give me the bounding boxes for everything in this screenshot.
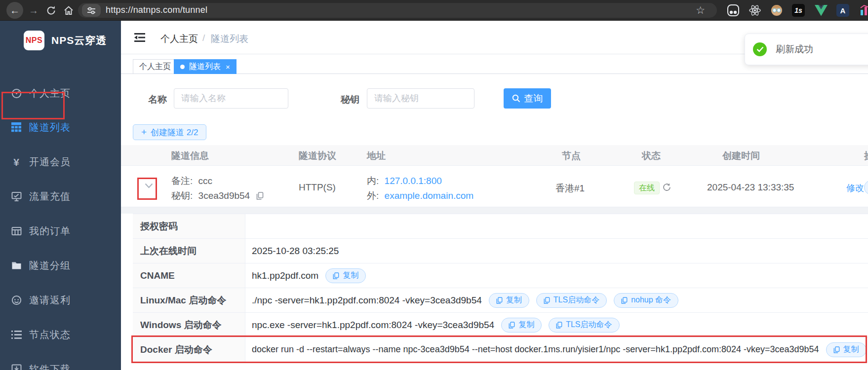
- col-created: 创建时间: [722, 149, 760, 162]
- bookmark-star-icon[interactable]: ☆: [696, 4, 705, 16]
- sidebar-item-label: 邀请返利: [29, 294, 71, 307]
- remark-value: ccc: [198, 176, 213, 186]
- detail-value: ./npc -server=hk1.pp2pdf.com:8024 -vkey=…: [252, 295, 482, 306]
- create-tunnel-button[interactable]: + 创建隧道 2/2: [133, 124, 206, 140]
- key-filter-label: 秘钥: [341, 93, 359, 106]
- name-filter-input[interactable]: [174, 88, 288, 109]
- extension-1s-button[interactable]: 1s: [792, 4, 805, 17]
- sidebar-item-label: 隧道分组: [29, 259, 71, 272]
- name-filter-label: 名称: [148, 93, 167, 106]
- hamburger-fold-icon: [134, 33, 145, 42]
- sidebar-item-label: 个人主页: [29, 87, 71, 100]
- inner-addr-label: 内:: [367, 176, 379, 186]
- detail-value: hk1.pp2pdf.com: [252, 270, 318, 281]
- invite-face-icon: [11, 295, 22, 305]
- proxy-extension-icon: [727, 4, 740, 17]
- col-actions: 操作: [864, 149, 868, 162]
- copy-button[interactable]: 复制: [489, 293, 529, 308]
- sidebar-collapse-button[interactable]: [134, 33, 145, 42]
- copy-button[interactable]: 复制: [325, 268, 366, 283]
- sidebar-item-home[interactable]: 个人主页: [0, 82, 121, 104]
- inner-addr-link[interactable]: 127.0.0.1:800: [385, 176, 442, 186]
- extension-avatar-button[interactable]: [770, 4, 783, 17]
- key-value: 3cea3d9b54: [198, 190, 250, 201]
- extension-proxy-button[interactable]: [727, 4, 740, 17]
- sidebar-item-tunnel-groups[interactable]: 隧道分组: [0, 255, 121, 276]
- copy-key-icon[interactable]: [256, 192, 264, 200]
- dashboard-icon: [11, 88, 22, 99]
- extension-a-button[interactable]: A: [836, 4, 849, 17]
- browser-forward-button[interactable]: →: [25, 2, 42, 19]
- tls-command-button[interactable]: TLS启动命令: [536, 293, 607, 308]
- chart-extension-icon: [859, 4, 868, 17]
- extension-vue-devtools-button[interactable]: [815, 4, 828, 17]
- tls-command-button[interactable]: TLS启动命令: [549, 318, 619, 333]
- app-title: NPS云穿透: [51, 34, 107, 47]
- row-action-pill-cut[interactable]: [864, 180, 868, 195]
- copy-button[interactable]: 复制: [501, 318, 542, 333]
- extension-analytics-button[interactable]: [859, 4, 868, 17]
- copy-icon: [509, 322, 515, 329]
- row-expand-button[interactable]: [142, 179, 156, 192]
- detail-value: npc.exe -server=hk1.pp2pdf.com:8024 -vke…: [252, 320, 494, 331]
- copy-icon: [544, 297, 550, 304]
- sidebar-item-software-download[interactable]: 软件下载: [0, 358, 121, 370]
- folder-icon: [11, 260, 22, 271]
- status-badge: 在线: [634, 182, 660, 194]
- breadcrumb-current: 隧道列表: [211, 33, 248, 45]
- copy-button[interactable]: 复制: [826, 342, 867, 357]
- detail-label: 授权密码: [133, 214, 245, 238]
- url-text[interactable]: https://natnps.com/tunnel: [106, 5, 207, 15]
- key-filter-input[interactable]: [367, 88, 474, 109]
- nohup-command-button[interactable]: nohup 命令: [614, 293, 678, 308]
- breadcrumb-separator: /: [202, 33, 205, 43]
- extension-react-devtools-button[interactable]: [749, 4, 761, 17]
- tab-tunnel-list[interactable]: 隧道列表 ×: [174, 59, 237, 74]
- sidebar-item-node-status[interactable]: 节点状态: [0, 324, 121, 345]
- a-extension-icon: A: [836, 4, 849, 17]
- tab-label: 个人主页: [139, 62, 171, 72]
- copy-icon: [556, 322, 562, 329]
- react-icon: [749, 4, 761, 17]
- browser-home-button[interactable]: [60, 2, 77, 19]
- detail-row-auth-password: 授权密码: [133, 214, 868, 239]
- sidebar-item-my-orders[interactable]: 我的订单: [0, 220, 121, 242]
- detail-row-linux-command: Linux/Mac 启动命令 ./npc -server=hk1.pp2pdf.…: [133, 288, 868, 313]
- detail-row-cname: CNAME hk1.pp2pdf.com 复制: [133, 263, 868, 288]
- browser-back-button[interactable]: ←: [6, 2, 23, 19]
- outer-addr-link[interactable]: example.domain.com: [385, 190, 474, 201]
- address-bar[interactable]: https://natnps.com/tunnel ☆: [78, 3, 717, 18]
- tab-close-icon[interactable]: ×: [226, 63, 230, 71]
- site-info-icon: [86, 6, 96, 15]
- browser-toolbar: ← → htt: [0, 0, 868, 21]
- vue-icon: [815, 5, 828, 16]
- detail-label: CNAME: [133, 263, 245, 288]
- back-icon: ←: [10, 5, 20, 15]
- breadcrumb-home[interactable]: 个人主页: [160, 33, 198, 45]
- refresh-status-icon[interactable]: [662, 183, 671, 194]
- tab-home[interactable]: 个人主页: [133, 59, 177, 74]
- 1s-extension-icon: 1s: [792, 4, 805, 17]
- sidebar: NPS NPS云穿透 个人主页 隧道列表 ¥ 开通会员 流量充值: [0, 21, 121, 370]
- download-icon: [11, 364, 22, 370]
- app-root: ← → htt: [0, 0, 868, 370]
- node-value: 香港#1: [555, 182, 585, 195]
- detail-value: docker run -d --restart=always --name np…: [252, 344, 819, 355]
- col-address: 地址: [367, 149, 386, 162]
- forward-icon: →: [29, 5, 39, 15]
- sidebar-item-membership[interactable]: ¥ 开通会员: [0, 151, 121, 173]
- search-button[interactable]: 查询: [504, 88, 551, 109]
- reload-icon: [46, 5, 56, 16]
- sidebar-item-invite-rebate[interactable]: 邀请返利: [0, 289, 121, 311]
- modify-link[interactable]: 修改: [846, 182, 864, 194]
- col-node: 节点: [562, 149, 581, 162]
- detail-row-docker-command: Docker 启动命令 docker run -d --restart=alwa…: [133, 337, 868, 362]
- site-info-button[interactable]: [82, 4, 101, 17]
- app-logo: NPS NPS云穿透: [0, 30, 121, 51]
- node-list-icon: [11, 329, 22, 340]
- browser-reload-button[interactable]: [42, 2, 59, 19]
- sidebar-item-traffic-recharge[interactable]: 流量充值: [0, 185, 121, 207]
- sidebar-item-tunnel-list[interactable]: 隧道列表: [0, 116, 121, 138]
- copy-icon: [621, 297, 628, 304]
- detail-label: Linux/Mac 启动命令: [133, 288, 245, 312]
